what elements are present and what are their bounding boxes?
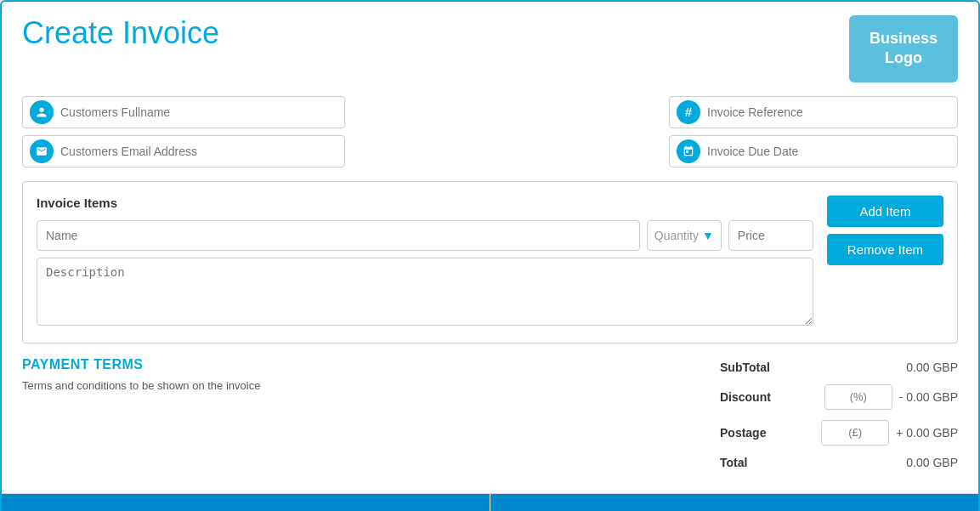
footer-buttons: Preview Invoice Create Invoice	[2, 493, 978, 511]
bottom-section: PAYMENT TERMS Terms and conditions to be…	[22, 357, 958, 473]
invoice-ref-input[interactable]	[707, 105, 950, 119]
postage-input-group: + 0.00 GBP	[821, 420, 958, 446]
invoice-items-section: Invoice Items Quantity ▼ Add Item Remove…	[22, 181, 958, 344]
customer-fields: #	[22, 96, 958, 167]
subtotal-row: SubTotal 0.00 GBP	[720, 357, 958, 378]
item-description-textarea[interactable]	[37, 258, 813, 326]
add-item-button[interactable]: Add Item	[827, 196, 943, 227]
payment-terms-title: PAYMENT TERMS	[22, 357, 700, 372]
invoice-ref-field-wrapper: #	[669, 96, 958, 128]
fullname-input[interactable]	[60, 105, 337, 119]
postage-value: + 0.00 GBP	[896, 426, 958, 440]
left-fields	[22, 96, 345, 167]
postage-row: Postage + 0.00 GBP	[720, 417, 958, 449]
quantity-label: Quantity	[654, 229, 699, 242]
calendar-icon	[677, 139, 700, 163]
total-row: Total 0.00 GBP	[720, 452, 958, 473]
invoice-due-input[interactable]	[707, 145, 950, 158]
page-title: Create Invoice	[22, 15, 219, 51]
main-content: Create Invoice BusinessLogo	[2, 2, 978, 493]
discount-row: Discount - 0.00 GBP	[720, 381, 958, 413]
discount-label: Discount	[720, 390, 779, 404]
items-right: Add Item Remove Item	[827, 196, 943, 329]
fullname-field-wrapper	[22, 96, 345, 128]
discount-input-group: - 0.00 GBP	[824, 384, 958, 410]
subtotal-value: 0.00 GBP	[906, 361, 958, 374]
email-icon	[30, 139, 54, 163]
item-name-input[interactable]	[37, 220, 640, 251]
postage-label: Postage	[720, 426, 779, 440]
quantity-dropdown-icon[interactable]: ▼	[702, 229, 714, 242]
payment-terms-text: Terms and conditions to be shown on the …	[22, 379, 700, 392]
email-field-wrapper	[22, 135, 345, 167]
total-label: Total	[720, 456, 779, 469]
email-input[interactable]	[60, 145, 337, 158]
total-value: 0.00 GBP	[906, 456, 958, 469]
business-logo: BusinessLogo	[849, 15, 958, 82]
invoice-items-label: Invoice Items	[37, 196, 813, 210]
items-layout: Invoice Items Quantity ▼ Add Item Remove…	[37, 196, 943, 329]
discount-input[interactable]	[824, 384, 892, 410]
totals-section: SubTotal 0.00 GBP Discount - 0.00 GBP Po…	[720, 357, 958, 473]
remove-item-button[interactable]: Remove Item	[827, 234, 943, 265]
items-left: Invoice Items Quantity ▼	[37, 196, 813, 329]
right-fields: #	[669, 96, 958, 167]
header-row: Create Invoice BusinessLogo	[22, 15, 958, 82]
user-icon	[30, 100, 54, 124]
invoice-due-field-wrapper	[669, 135, 958, 167]
discount-value: - 0.00 GBP	[899, 390, 958, 404]
quantity-wrapper: Quantity ▼	[647, 220, 722, 251]
item-price-input[interactable]	[728, 220, 813, 251]
postage-input[interactable]	[821, 420, 889, 446]
main-container: Create Invoice BusinessLogo	[0, 0, 980, 511]
subtotal-label: SubTotal	[720, 361, 779, 374]
item-row: Quantity ▼	[37, 220, 813, 251]
create-invoice-button[interactable]: Create Invoice	[490, 494, 978, 511]
preview-invoice-button[interactable]: Preview Invoice	[2, 494, 490, 511]
hash-icon: #	[677, 100, 700, 124]
payment-terms: PAYMENT TERMS Terms and conditions to be…	[22, 357, 700, 473]
